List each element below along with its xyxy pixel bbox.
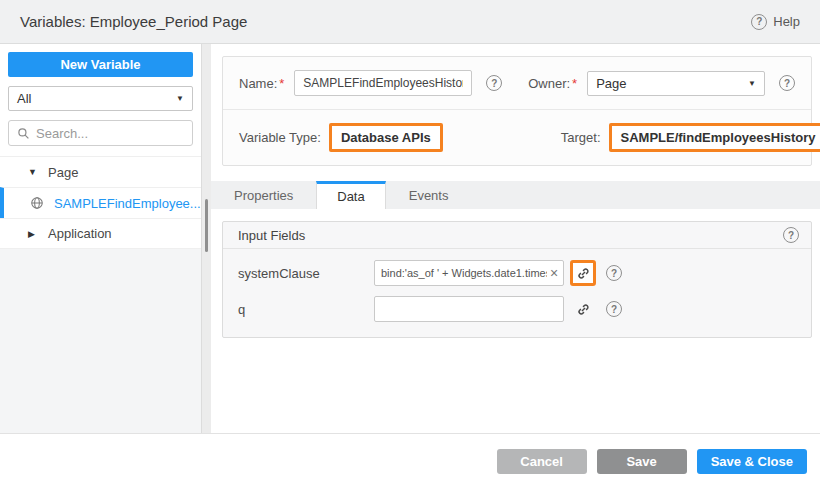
tree-item-label: SAMPLEFindEmployee... — [54, 196, 201, 211]
owner-label: Owner:* — [528, 76, 577, 91]
caret-right-icon: ▶ — [28, 229, 38, 239]
detail-tabs: Properties Data Events — [211, 181, 820, 209]
search-input[interactable] — [36, 126, 184, 141]
bind-expression: bind:'as_of ' + Widgets.date1.timestam — [381, 267, 547, 279]
variables-sidebar: New Variable All ▼ ▼ Page — [0, 44, 202, 433]
field-row-systemclause: systemClause bind:'as_of ' + Widgets.dat… — [223, 255, 811, 291]
owner-selected: Page — [596, 76, 626, 91]
variable-filter-selected: All — [17, 91, 31, 106]
tree-group-application[interactable]: ▶ Application — [0, 218, 201, 249]
caret-down-icon: ▼ — [28, 167, 38, 177]
clear-icon[interactable]: × — [547, 266, 561, 280]
input-fields-body: systemClause bind:'as_of ' + Widgets.dat… — [223, 249, 811, 337]
help-button[interactable]: ? Help — [751, 14, 800, 30]
variables-tree: ▼ Page SAMPLEFindEmployee... ▶ — [0, 156, 201, 249]
chevron-down-icon: ▼ — [176, 94, 184, 103]
required-asterisk: * — [572, 76, 577, 91]
systemclause-help-icon[interactable]: ? — [606, 265, 622, 281]
owner-dropdown[interactable]: Page ▼ — [587, 71, 765, 96]
dialog-body: New Variable All ▼ ▼ Page — [0, 44, 820, 433]
variables-dialog: Variables: Employee_Period Page ? Help N… — [0, 0, 820, 489]
tree-item-selected-variable[interactable]: SAMPLEFindEmployee... — [0, 187, 201, 218]
q-input[interactable] — [374, 296, 564, 322]
name-label: Name:* — [239, 76, 284, 91]
cancel-button[interactable]: Cancel — [497, 449, 587, 474]
scrollbar[interactable] — [202, 44, 211, 433]
sidebar-filler — [0, 249, 201, 433]
target-highlight: SAMPLE/findEmployeesHistory — [609, 123, 820, 152]
tree-group-label: Page — [48, 165, 78, 180]
scrollbar-thumb[interactable] — [205, 199, 208, 252]
name-input[interactable] — [294, 70, 472, 96]
tab-data[interactable]: Data — [316, 181, 385, 209]
chevron-down-icon: ▼ — [748, 79, 756, 88]
search-icon — [17, 127, 30, 140]
required-asterisk: * — [279, 76, 284, 91]
bind-link-icon — [576, 302, 591, 317]
tab-events[interactable]: Events — [386, 181, 472, 209]
type-target-row: Variable Type: Database APIs Target: SAM… — [223, 110, 811, 165]
input-fields-help-icon[interactable]: ? — [783, 227, 799, 243]
save-and-close-button[interactable]: Save & Close — [697, 449, 807, 474]
systemclause-bind-input[interactable]: bind:'as_of ' + Widgets.date1.timestam × — [374, 260, 564, 286]
target-value: SAMPLE/findEmployeesHistory — [621, 130, 816, 145]
input-fields-title: Input Fields — [238, 228, 305, 243]
input-fields-header: Input Fields ? — [223, 222, 811, 249]
variable-type-highlight: Database APIs — [329, 123, 443, 152]
variable-detail: Name:* ? Owner:* Page ▼ ? Variable Type: — [211, 44, 820, 433]
dialog-footer: Cancel Save Save & Close — [0, 433, 820, 489]
variable-type-label: Variable Type: — [239, 130, 321, 145]
variable-filter-dropdown[interactable]: All ▼ — [8, 86, 193, 111]
q-bind-wrap[interactable] — [570, 296, 596, 322]
help-label: Help — [773, 14, 800, 29]
service-variable-icon — [30, 196, 44, 210]
page-title: Variables: Employee_Period Page — [20, 13, 247, 30]
field-label: systemClause — [238, 266, 374, 281]
field-label: q — [238, 302, 374, 317]
new-variable-button[interactable]: New Variable — [8, 52, 193, 77]
variable-search[interactable] — [8, 120, 193, 146]
variable-type-value: Database APIs — [341, 130, 431, 145]
name-owner-row: Name:* ? Owner:* Page ▼ ? — [223, 57, 811, 110]
bind-link-icon — [576, 266, 591, 281]
tree-group-label: Application — [48, 226, 112, 241]
owner-help-icon[interactable]: ? — [779, 75, 795, 91]
tab-properties[interactable]: Properties — [211, 181, 316, 209]
bind-icon-highlight[interactable] — [570, 260, 596, 286]
help-icon: ? — [751, 14, 767, 30]
save-button[interactable]: Save — [597, 449, 687, 474]
name-help-icon[interactable]: ? — [486, 75, 502, 91]
input-fields-panel: Input Fields ? systemClause bind:'as_of … — [222, 221, 812, 338]
field-row-q: q — [223, 291, 811, 327]
variable-summary-box: Name:* ? Owner:* Page ▼ ? Variable Type: — [222, 56, 812, 166]
q-help-icon[interactable]: ? — [606, 301, 622, 317]
target-label: Target: — [561, 130, 601, 145]
tree-group-page[interactable]: ▼ Page — [0, 156, 201, 187]
titlebar: Variables: Employee_Period Page ? Help — [0, 0, 820, 44]
